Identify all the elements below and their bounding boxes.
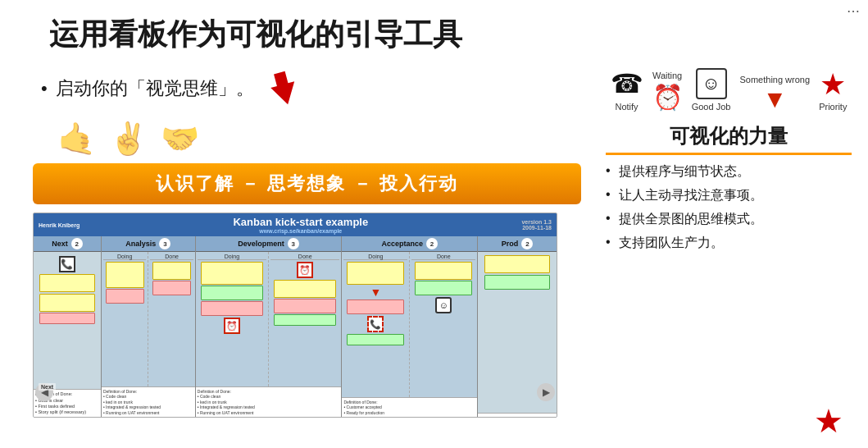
alarm-icon-kanban: ⏰ [224,318,240,334]
star-icon: ★ [820,70,846,99]
right-bullets-list: 提供程序与细节状态。 让人主动寻找注意事项。 提供全景图的思维模式。 支持团队生… [606,163,852,258]
notify-icon-item: ☎ Notify [611,68,643,112]
priority-icon-item: ★ Priority [819,70,847,112]
next-analysis-label: Next [39,383,56,391]
bullet-visual-thinking: • 启动你的「视觉思维」。 [33,68,581,109]
kanban-col-acceptance: Acceptance 2 Doing ▼ 📞 [342,236,478,417]
something-wrong-icon-item: Something wrong ▼ [739,75,810,112]
right-bullet-3: 提供全景图的思维模式。 [606,211,852,228]
warning-triangle-icon: ▼ [762,87,787,112]
smiley-icon-kanban: ☺ [435,297,452,313]
right-bullet-1: 提供程序与细节状态。 [606,163,852,181]
smiley-icon: ☺ [696,68,727,99]
phone-outlined-icon: 📞 [367,316,384,332]
kanban-board-image: Henrik Kniberg Kanban kick-start example… [33,213,557,418]
good-job-icon-item: ☺ Good Job [692,68,731,112]
left-panel: • 启动你的「视觉思维」。 🤙 ✌️ 🤝 认识了解 － 思考想象 － 投入行动 … [33,63,589,418]
gesture-icon-1: 🤙 [57,121,96,157]
kanban-title: Kanban kick-start example [233,216,368,228]
kanban-date: 2009-11-18 [521,225,552,231]
page-title: 运用看板作为可视化的引导工具 [0,0,868,63]
kanban-icons-row: ☎ Notify Waiting ⏰ ☺ Good Job Something … [606,63,852,112]
kanban-author: Henrik Kniberg [39,222,80,228]
alarm-icon-done: ⏰ [297,262,313,278]
orange-banner: 认识了解 － 思考想象 － 投入行动 [33,163,581,204]
waiting-icon-item: Waiting ⏰ [652,71,683,112]
right-panel: ☎ Notify Waiting ⏰ ☺ Good Job Something … [589,63,852,418]
kanban-col-development: Development 3 Doing ⏰ [196,236,343,417]
phone-icon-kanban: 📞 [59,256,75,272]
red-star-decoration: ★ [814,402,843,440]
right-section-title: 可视化的力量 [606,117,852,155]
phone-icon: ☎ [611,68,643,99]
svg-marker-0 [267,70,299,107]
kanban-url: www.crisp.se/kanban/example [233,228,368,234]
right-bullet-4: 支持团队生产力。 [606,235,852,252]
kanban-version: version 1.3 [521,219,552,225]
warning-triangle-kanban: ▼ [343,286,407,299]
gesture-icon-2: ✌️ [109,121,148,157]
red-arrow-icon [267,68,300,109]
gesture-icon-3: 🤝 [161,121,199,157]
next-arrow-button[interactable]: ▶ [537,383,555,401]
alarm-icon: ⏰ [652,83,683,112]
right-bullet-2: 让人主动寻找注意事项。 [606,187,852,204]
kanban-col-analysis: Analysis 3 Doing Done [102,236,196,417]
more-menu-button[interactable]: ⋯ [847,3,860,19]
